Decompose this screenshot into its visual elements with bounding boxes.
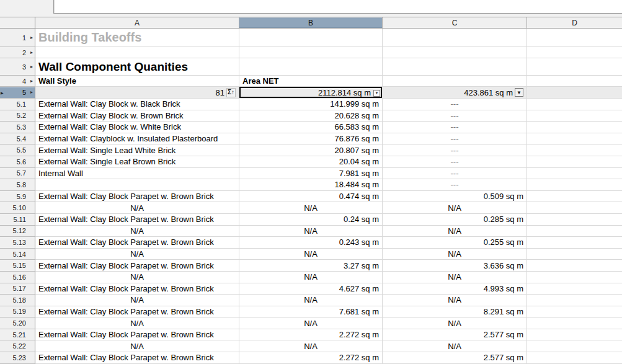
cell-a-5.23[interactable]: External Wall: Clay Block Parapet w. Bro… — [35, 352, 239, 364]
formula-input[interactable] — [53, 0, 622, 14]
row-header-5.23[interactable]: 5.23 — [0, 352, 35, 364]
cell-b-5.21[interactable]: 2.272 sq m — [239, 329, 383, 341]
cell-b-4[interactable]: Area NET — [239, 76, 383, 87]
cell-a-5.10[interactable]: N/A — [35, 202, 239, 214]
cell-b-5.1[interactable]: 141.999 sq m — [239, 99, 383, 110]
cell-b-5.11[interactable]: 0.24 sq m — [239, 214, 383, 226]
cell-d-5.22[interactable] — [527, 340, 622, 352]
cell-d-5.17[interactable] — [527, 283, 622, 295]
row-header-1[interactable]: 1▸ — [0, 29, 35, 47]
row-header-5.5[interactable]: 5.5 — [0, 144, 35, 156]
select-all-corner[interactable] — [0, 17, 35, 28]
cell-a-5.21[interactable]: External Wall: Clay Block Parapet w. Bro… — [35, 329, 239, 341]
autofilter-dropdown-icon[interactable]: ▼ — [373, 90, 380, 97]
cell-a-5.4[interactable]: External Wall: Clayblock w. Insulated Pl… — [35, 133, 239, 145]
cell-a-5.13[interactable]: External Wall: Clay Block Parapet w. Bro… — [35, 237, 239, 249]
cell-d-4[interactable] — [527, 76, 622, 87]
cell-c-5.22[interactable]: N/A — [383, 340, 527, 352]
row-header-5.11[interactable]: 5.11 — [0, 214, 35, 226]
row-header-5.14[interactable]: 5.14 — [0, 249, 35, 260]
cell-a-5.5[interactable]: External Wall: Single Lead White Brick — [35, 144, 239, 156]
cell-b-5.7[interactable]: 7.981 sq m — [239, 168, 383, 180]
cell-a-5.11[interactable]: External Wall: Clay Block Parapet w. Bro… — [35, 214, 239, 226]
row-header-5.3[interactable]: 5.3 — [0, 122, 35, 133]
cell-d-3[interactable] — [527, 58, 622, 76]
row-expand-arrow-icon[interactable]: ▸ — [30, 64, 33, 69]
cell-b-5.22[interactable]: N/A — [239, 340, 383, 352]
row-header-3[interactable]: 3▸ — [0, 58, 35, 76]
cell-a-5.9[interactable]: External Wall: Clay Block Parapet w. Bro… — [35, 191, 239, 203]
cell-b-5.17[interactable]: 4.627 sq m — [239, 283, 383, 295]
cell-c-3[interactable] — [383, 58, 527, 76]
row-header-5.17[interactable]: 5.17 — [0, 283, 35, 295]
cell-c-5.16[interactable]: N/A — [383, 272, 527, 283]
cell-a-5.16[interactable]: N/A — [35, 272, 239, 283]
cell-b-5.12[interactable]: N/A — [239, 226, 383, 237]
cell-b-3[interactable] — [239, 58, 383, 76]
cell-d-5.1[interactable] — [527, 99, 622, 110]
cell-b-5.16[interactable]: N/A — [239, 272, 383, 283]
row-expand-arrow-icon[interactable]: ▸ — [30, 78, 33, 84]
row-header-5[interactable]: 5▸▶ — [0, 87, 35, 99]
cell-a-5.20[interactable]: N/A — [35, 317, 239, 329]
cell-c-5.1[interactable]: --- — [383, 99, 527, 110]
cell-c-5.18[interactable]: N/A — [383, 295, 527, 306]
row-header-5.9[interactable]: 5.9 — [0, 191, 35, 203]
cell-b-5.15[interactable]: 3.27 sq m — [239, 260, 383, 272]
cell-c-5.6[interactable]: --- — [383, 156, 527, 168]
row-header-5.15[interactable]: 5.15 — [0, 260, 35, 272]
cell-d-5.11[interactable] — [527, 214, 622, 226]
cell-d-5[interactable] — [527, 87, 622, 99]
cell-a-5.7[interactable]: Internal Wall — [35, 168, 239, 180]
cell-b-5.2[interactable]: 20.628 sq m — [239, 110, 383, 122]
cell-b-2[interactable] — [239, 47, 383, 58]
row-header-5.10[interactable]: 5.10 — [0, 202, 35, 214]
row-header-5.1[interactable]: 5.1 — [0, 99, 35, 110]
row-header-5.21[interactable]: 5.21 — [0, 329, 35, 341]
cell-b-5.13[interactable]: 0.243 sq m — [239, 237, 383, 249]
cell-a-5.19[interactable]: External Wall: Clay Block Parapet w. Bro… — [35, 306, 239, 318]
row-header-5.4[interactable]: 5.4 — [0, 133, 35, 145]
cell-d-1[interactable] — [527, 29, 622, 47]
cell-c-5.17[interactable]: 4.993 sq m — [383, 283, 527, 295]
cell-d-5.19[interactable] — [527, 306, 622, 318]
cell-c-5.5[interactable]: --- — [383, 144, 527, 156]
cell-c-5.23[interactable]: 2.577 sq m — [383, 352, 527, 364]
cell-a-4[interactable]: Wall Style — [35, 76, 239, 87]
row-expand-arrow-icon[interactable]: ▸ — [30, 50, 33, 55]
cell-c-5.20[interactable]: N/A — [383, 317, 527, 329]
cell-a-2[interactable] — [35, 47, 239, 58]
cell-a-5.2[interactable]: External Wall: Clay Block w. Brown Brick — [35, 110, 239, 122]
cell-c-5.13[interactable]: 0.255 sq m — [383, 237, 527, 249]
cell-d-5.16[interactable] — [527, 272, 622, 283]
cell-d-2[interactable] — [527, 47, 622, 58]
cell-d-5.5[interactable] — [527, 144, 622, 156]
cell-d-5.13[interactable] — [527, 237, 622, 249]
cell-d-5.23[interactable] — [527, 352, 622, 364]
cell-d-5.8[interactable] — [527, 179, 622, 191]
row-header-5.2[interactable]: 5.2 — [0, 110, 35, 122]
cell-c-5.9[interactable]: 0.509 sq m — [383, 191, 527, 203]
cell-c-5.19[interactable]: 8.291 sq m — [383, 306, 527, 318]
row-header-5.16[interactable]: 5.16 — [0, 272, 35, 283]
cell-a-5.17[interactable]: External Wall: Clay Block Parapet w. Bro… — [35, 283, 239, 295]
cell-c-5.12[interactable]: N/A — [383, 226, 527, 237]
cell-c-5.11[interactable]: 0.285 sq m — [383, 214, 527, 226]
cell-c-2[interactable] — [383, 47, 527, 58]
row-header-4[interactable]: 4▸ — [0, 76, 35, 87]
cell-d-5.4[interactable] — [527, 133, 622, 145]
cell-b-5.23[interactable]: 2.272 sq m — [239, 352, 383, 364]
cell-b-5.3[interactable]: 66.583 sq m — [239, 122, 383, 133]
row-header-5.7[interactable]: 5.7 — [0, 168, 35, 180]
row-expand-arrow-icon[interactable]: ▸ — [30, 35, 33, 40]
row-expand-arrow-icon[interactable]: ▸ — [30, 89, 33, 95]
cell-a-5.1[interactable]: External Wall: Clay Block w. Black Brick — [35, 99, 239, 110]
row-header-5.6[interactable]: 5.6 — [0, 156, 35, 168]
cell-d-5.18[interactable] — [527, 295, 622, 306]
cell-c-5.14[interactable]: N/A — [383, 249, 527, 260]
cell-a-5.18[interactable]: N/A — [35, 295, 239, 306]
cell-a-5.12[interactable]: N/A — [35, 226, 239, 237]
cell-a-5.14[interactable]: N/A — [35, 249, 239, 260]
outline-marker-icon[interactable]: ▶ — [1, 91, 4, 95]
column-header-a[interactable]: A — [35, 17, 239, 28]
